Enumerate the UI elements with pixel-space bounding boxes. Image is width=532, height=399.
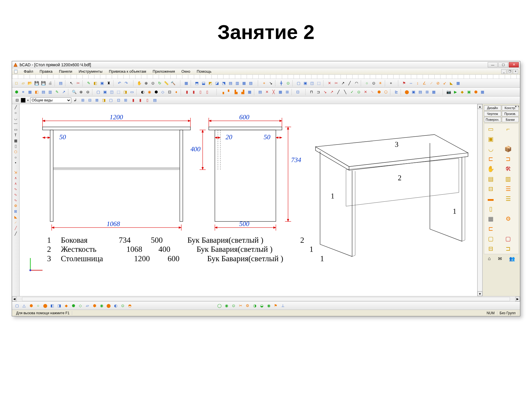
- open-icon[interactable]: 📂: [27, 80, 33, 86]
- rp-edit1-icon[interactable]: ▢: [487, 235, 495, 242]
- t2-25[interactable]: ▮: [190, 89, 197, 95]
- tab-drawing[interactable]: Чертеж: [484, 111, 501, 116]
- lt-dash-icon[interactable]: ⌷: [13, 144, 18, 149]
- t2-27[interactable]: ▯: [204, 89, 210, 95]
- lt-poly-icon[interactable]: 〰: [13, 121, 18, 127]
- bt26[interactable]: ⚑: [272, 303, 279, 309]
- tab-design[interactable]: Дизайн: [484, 105, 501, 111]
- bt2[interactable]: △: [21, 303, 27, 309]
- color-swatch[interactable]: [21, 98, 26, 103]
- t2-snap11[interactable]: ⬢: [376, 89, 382, 95]
- leader-icon[interactable]: ↙: [441, 80, 448, 86]
- maximize-button[interactable]: ▢: [498, 62, 508, 67]
- lt-text-icon[interactable]: T: [13, 133, 18, 138]
- t2-g1[interactable]: ⊵: [393, 89, 399, 95]
- bt9[interactable]: ⬣: [70, 303, 77, 309]
- t2-c2[interactable]: ▶: [452, 89, 459, 95]
- bt17[interactable]: ◓: [126, 303, 133, 309]
- t2-17[interactable]: ▭: [129, 89, 135, 95]
- t2-c3[interactable]: ◆: [459, 89, 465, 95]
- rp-swing-icon[interactable]: ⊏: [487, 225, 495, 232]
- tab-production[interactable]: Произв.: [502, 111, 519, 116]
- dim-a-icon[interactable]: ∠: [421, 80, 428, 86]
- t2-35[interactable]: ╳: [270, 89, 277, 95]
- t2-26[interactable]: ▯: [197, 89, 204, 95]
- t2-10[interactable]: ⊕: [78, 89, 84, 95]
- view2-icon[interactable]: ⬓: [200, 80, 207, 86]
- bt22[interactable]: ⚙: [244, 303, 251, 309]
- t2-9[interactable]: 🔍: [71, 89, 77, 95]
- tab-surface[interactable]: Поверхн.: [484, 117, 501, 122]
- t2-g6[interactable]: ▦: [431, 89, 437, 95]
- view8-icon[interactable]: ▦: [241, 80, 247, 86]
- menu-window[interactable]: Окно: [180, 69, 192, 74]
- tab-banks[interactable]: Банки: [502, 117, 519, 122]
- zoom-in-icon[interactable]: ⊕: [143, 80, 149, 86]
- t2-34[interactable]: ✕: [264, 89, 270, 95]
- bt24[interactable]: ◒: [258, 303, 265, 309]
- rp-cab1-icon[interactable]: ▤: [487, 175, 495, 182]
- paint-icon[interactable]: ▣: [99, 80, 105, 86]
- menu-apps[interactable]: Приложения: [151, 69, 177, 74]
- ext-icon[interactable]: ↗: [340, 80, 346, 86]
- t2-11[interactable]: ⊖: [84, 89, 91, 95]
- bt21[interactable]: ✂: [237, 303, 244, 309]
- rp-group-icon[interactable]: 👥: [509, 256, 515, 262]
- t2-1[interactable]: ⬢: [13, 89, 20, 95]
- flag-icon[interactable]: ⚑: [401, 80, 407, 86]
- menu-edit[interactable]: Правка: [38, 69, 54, 74]
- layer-go-icon[interactable]: ↲: [72, 97, 78, 103]
- bt6[interactable]: ◧: [49, 303, 55, 309]
- t2-snap12[interactable]: ⬡: [382, 89, 389, 95]
- layer-toggle-icon[interactable]: ⊟: [14, 97, 20, 103]
- t2-7[interactable]: ✎: [54, 89, 60, 95]
- snap-mid-icon[interactable]: ╋: [278, 80, 284, 86]
- t2-30[interactable]: ▙: [233, 89, 239, 95]
- new2-icon[interactable]: ▱: [20, 80, 26, 86]
- bt8[interactable]: ◆: [63, 303, 70, 309]
- rp-tool-icon[interactable]: 🛠: [504, 165, 512, 172]
- layer-select[interactable]: Общие виды: [30, 97, 71, 103]
- arc-tool-icon[interactable]: ◠: [353, 80, 360, 86]
- t2-snap5[interactable]: ╱: [335, 89, 342, 95]
- scroll-down-icon[interactable]: ▼: [477, 291, 482, 296]
- t2-5[interactable]: ▤: [40, 89, 47, 95]
- cut-icon[interactable]: ✂: [75, 80, 81, 86]
- mdi-close[interactable]: ×: [513, 69, 518, 74]
- print-icon[interactable]: 🖨: [47, 80, 53, 86]
- dim-d-icon[interactable]: ⊘: [435, 80, 441, 86]
- t2-g3[interactable]: ▣: [410, 89, 417, 95]
- line-tool-icon[interactable]: ╱: [346, 80, 353, 86]
- t2-13[interactable]: ▣: [102, 89, 108, 95]
- lb11[interactable]: ▤: [152, 97, 158, 103]
- lt-circle-icon[interactable]: ○: [13, 110, 18, 116]
- rp-hand-icon[interactable]: ✋: [487, 165, 495, 172]
- t2-snap4[interactable]: ↗: [328, 89, 335, 95]
- t2-6[interactable]: ▥: [47, 89, 53, 95]
- t2-23[interactable]: ♦: [173, 89, 179, 95]
- view9-icon[interactable]: ▧: [248, 80, 254, 86]
- lt-m4-icon[interactable]: ∿: [13, 186, 18, 192]
- t2-38[interactable]: ⊡: [294, 89, 301, 95]
- bt12[interactable]: ⬢: [91, 303, 98, 309]
- note-icon[interactable]: ◣: [448, 80, 455, 86]
- t2-14[interactable]: ◫: [109, 89, 115, 95]
- view7-icon[interactable]: ▥: [234, 80, 240, 86]
- new-icon[interactable]: □: [13, 80, 20, 86]
- bt27[interactable]: ⊥: [279, 303, 286, 309]
- lt-m2-icon[interactable]: ∧: [13, 175, 18, 181]
- view1-icon[interactable]: ⬒: [194, 80, 200, 86]
- sun-icon[interactable]: ☀: [377, 80, 384, 86]
- rp-box-icon[interactable]: 📦: [504, 145, 512, 152]
- bt16[interactable]: ⊙: [119, 303, 126, 309]
- lb9[interactable]: ▮: [137, 97, 143, 103]
- rp-door2-icon[interactable]: ⊐: [504, 155, 512, 162]
- t2-21[interactable]: ◇: [160, 89, 166, 95]
- t2-37[interactable]: ⊞: [284, 89, 290, 95]
- rp-panel-icon[interactable]: ▭: [487, 125, 495, 133]
- t2-16[interactable]: ◨: [122, 89, 128, 95]
- dim-r-icon[interactable]: ⟋: [428, 80, 434, 86]
- t2-3[interactable]: ▦: [27, 89, 33, 95]
- menu-snap[interactable]: Привязка к объектам: [107, 69, 148, 74]
- t2-c5[interactable]: ⬢: [472, 89, 479, 95]
